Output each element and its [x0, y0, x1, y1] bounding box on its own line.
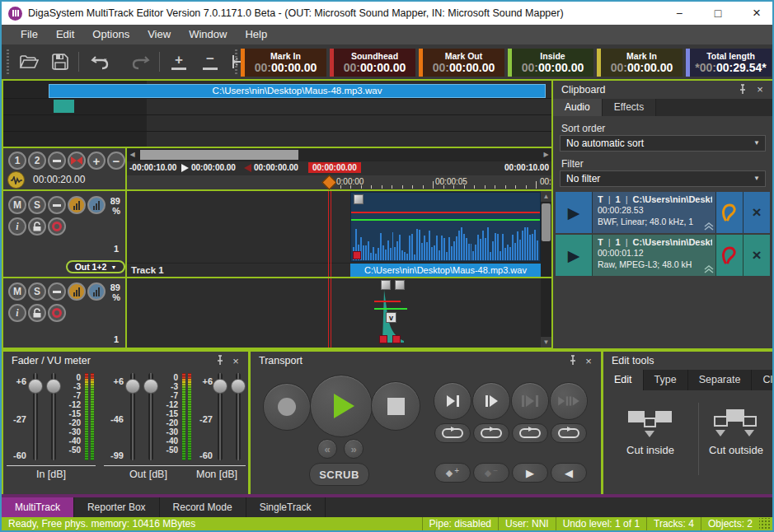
resize-grip[interactable] — [759, 518, 771, 530]
zoom-selection-icon[interactable] — [68, 152, 86, 170]
scroll-down-icon[interactable]: ▼ — [541, 337, 551, 348]
play-from-mark-button[interactable] — [472, 382, 510, 420]
waveform-zoom-icon[interactable] — [7, 171, 25, 189]
clip-gain-handle[interactable] — [354, 194, 364, 204]
item1-play-button[interactable]: ▶ — [556, 192, 592, 233]
pin-icon[interactable] — [738, 84, 749, 96]
zoom-preset-1-button[interactable]: 1 — [8, 152, 26, 170]
zoom-preset-2-button[interactable]: 2 — [28, 152, 46, 170]
rewind-button[interactable]: « — [317, 439, 337, 459]
track1-mute-button[interactable]: M — [8, 196, 26, 214]
filter-select[interactable]: No filter▼ — [560, 170, 766, 187]
menu-help[interactable]: Help — [236, 25, 276, 44]
track1-lock-icon[interactable] — [28, 217, 46, 236]
item2-body[interactable]: T|1|C:\Users\nin\Desktop\ 00:00:01.12 Ra… — [592, 235, 715, 276]
clip2-handle-right[interactable] — [395, 280, 405, 290]
track1-file-bar[interactable]: C:\Users\nin\Desktop\Maus-48.mp3.wav — [350, 264, 541, 277]
undo-icon[interactable] — [84, 49, 119, 75]
maximize-button[interactable]: □ — [704, 2, 732, 25]
track1-minimize-button[interactable] — [48, 196, 66, 214]
track1-audio-clip[interactable] — [350, 192, 541, 262]
redo-icon[interactable] — [122, 49, 157, 75]
track2-meter-mode-button[interactable] — [68, 282, 86, 301]
fader-knob[interactable] — [231, 379, 246, 394]
close-panel-icon[interactable]: × — [230, 355, 242, 366]
add-marker-button[interactable]: ◆+ — [434, 463, 471, 483]
sort-order-select[interactable]: No automatic sort▼ — [560, 135, 766, 152]
zoom-in-icon[interactable]: + — [167, 49, 191, 76]
clipboard-item[interactable]: ▶ T|1|C:\Users\nin\Desktop\ 00:00:28.53 … — [556, 192, 770, 233]
track1-vscroll-thumb[interactable] — [542, 203, 551, 241]
time-ruler[interactable]: 0:00:00 00:00:05 00: — [127, 175, 551, 189]
track2-mute-button[interactable]: M — [8, 282, 26, 301]
tab-type[interactable]: Type — [644, 370, 688, 390]
expand-icon[interactable] — [704, 222, 714, 231]
tab-clip[interactable]: Clip & I — [752, 370, 774, 390]
timeline-scrollbar[interactable]: ◀ ▶ — [127, 148, 551, 161]
minimize-button[interactable]: − — [665, 2, 693, 25]
scroll-up-icon[interactable]: ▲ — [541, 191, 551, 202]
tab-audio[interactable]: Audio — [553, 99, 603, 116]
menu-file[interactable]: File — [12, 25, 47, 44]
clip2-fade-left[interactable] — [379, 335, 387, 343]
track1-output-select[interactable]: Out 1+2▼ — [66, 260, 125, 273]
remove-marker-button[interactable]: ◆− — [473, 463, 509, 483]
overview-panel[interactable]: C:\Users\nin\Desktop\Maus-48.mp3.wav — [3, 81, 551, 147]
scrub-button[interactable]: SCRUB — [309, 463, 369, 486]
tab-effects[interactable]: Effects — [603, 99, 656, 116]
play-around-button[interactable] — [550, 382, 588, 420]
forward-button[interactable]: » — [344, 439, 364, 459]
track1-info-button[interactable]: i — [8, 217, 26, 236]
menu-view[interactable]: View — [138, 25, 180, 44]
track2-lock-icon[interactable] — [28, 304, 46, 322]
pin-icon[interactable] — [215, 355, 227, 366]
fader-knob[interactable] — [213, 379, 228, 394]
tab-record-mode[interactable]: Record Mode — [160, 497, 246, 517]
clip2-fade-right[interactable] — [392, 335, 401, 343]
tab-singletrack[interactable]: SingleTrack — [246, 497, 326, 517]
loop-button[interactable] — [551, 423, 587, 443]
loop-button[interactable] — [473, 423, 509, 443]
overview-file-bar[interactable]: C:\Users\nin\Desktop\Maus-48.mp3.wav — [49, 84, 546, 98]
zoom-in-circle-button[interactable]: + — [87, 152, 106, 170]
clip2-handle-left[interactable] — [381, 280, 391, 290]
loop-button[interactable] — [512, 423, 548, 443]
item1-prelisten-ear-icon[interactable] — [715, 192, 743, 233]
scroll-right-icon[interactable]: ▶ — [541, 148, 551, 161]
track2-info-button[interactable]: i — [8, 304, 26, 322]
tab-separate[interactable]: Separate — [688, 370, 753, 390]
scroll-thumb[interactable] — [140, 150, 298, 160]
expand-icon[interactable] — [704, 265, 714, 273]
track2-content[interactable]: v ▼ — [127, 278, 551, 348]
playhead-diamond-icon[interactable] — [321, 175, 336, 189]
menu-edit[interactable]: Edit — [47, 25, 83, 44]
scroll-left-icon[interactable]: ◀ — [127, 148, 138, 161]
play-to-mark-button[interactable] — [434, 382, 471, 420]
menu-options[interactable]: Options — [83, 25, 138, 44]
clipboard-item[interactable]: ▶ T|1|C:\Users\nin\Desktop\ 00:00:01.12 … — [556, 235, 770, 276]
zoom-out-circle-button[interactable]: − — [107, 152, 125, 170]
marker-row[interactable]: -00:00:10.00 00:00:00.00 00:00:00.00 00:… — [127, 161, 551, 175]
prev-marker-button[interactable]: ◀ — [551, 463, 587, 483]
close-panel-icon[interactable]: × — [754, 84, 766, 96]
clip-fade-handle[interactable] — [353, 251, 361, 259]
item1-body[interactable]: T|1|C:\Users\nin\Desktop\ 00:00:28.53 BW… — [592, 192, 715, 233]
play-selection-button[interactable] — [511, 382, 549, 420]
item2-play-button[interactable]: ▶ — [556, 235, 592, 276]
item2-delete-button[interactable]: × — [743, 235, 770, 276]
item2-prelisten-ear-icon[interactable] — [715, 235, 743, 276]
pin-icon[interactable] — [568, 355, 579, 366]
zoom-out-icon[interactable]: − — [198, 49, 223, 76]
close-panel-icon[interactable]: × — [583, 355, 594, 366]
track1-record-button[interactable] — [48, 217, 66, 236]
track2-meter-mode2-button[interactable] — [87, 282, 106, 301]
track1-meter-mode-button[interactable] — [68, 196, 86, 214]
item1-delete-button[interactable]: × — [743, 192, 770, 233]
track1-solo-button[interactable]: S — [28, 196, 46, 214]
track1-vscrollbar[interactable]: ▲ — [541, 191, 551, 277]
menu-window[interactable]: Window — [180, 25, 236, 44]
toolbar-grip[interactable] — [7, 49, 9, 74]
zoom-minus-button[interactable] — [48, 152, 66, 170]
track1-content[interactable]: Track 1 C:\Users\nin\Desktop\Maus-48.mp3… — [127, 191, 551, 277]
fader-knob[interactable] — [28, 379, 43, 394]
